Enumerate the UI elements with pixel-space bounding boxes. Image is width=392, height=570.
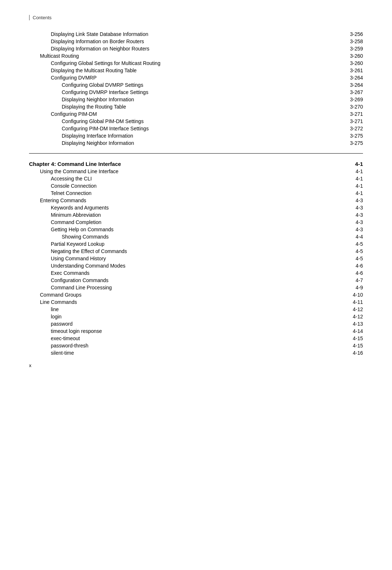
entry-text: Configuring PIM-DM Interface Settings (62, 126, 341, 131)
entry-page: 4-5 (341, 256, 363, 261)
toc-entry: Negating the Effect of Commands4-5 (29, 248, 363, 254)
entry-page: 3-267 (341, 89, 363, 95)
chapter4-section: Chapter 4: Command Line Interface4-1Usin… (29, 161, 363, 356)
entry-text: Displaying Information on Neighbor Route… (51, 46, 341, 52)
entry-page: 4-1 (341, 190, 363, 196)
entry-text: Displaying Interface Information (62, 133, 341, 139)
toc-entry: login4-12 (29, 314, 363, 319)
entry-text: Displaying Neighbor Information (62, 140, 341, 146)
entry-page: 3-275 (341, 133, 363, 139)
entry-text: Accessing the CLI (51, 176, 341, 182)
toc-entry: Using Command History4-5 (29, 256, 363, 261)
header-label: Contents (29, 15, 52, 20)
entry-text: Displaying the Multicast Routing Table (51, 68, 341, 73)
entry-page: 4-3 (341, 205, 363, 211)
entry-page: 3-259 (341, 46, 363, 52)
entry-page: 4-3 (341, 212, 363, 218)
entry-page: 4-1 (341, 168, 363, 174)
toc-entry: Configuration Commands4-7 (29, 277, 363, 283)
toc-entry: Multicast Routing3-260 (29, 53, 363, 59)
entry-text: Multicast Routing (40, 53, 341, 59)
entry-text: Entering Commands (40, 198, 341, 203)
entry-text: Command Groups (40, 292, 341, 298)
entry-text: Partial Keyword Lookup (51, 241, 341, 247)
entry-text: Keywords and Arguments (51, 205, 341, 211)
toc-entry: Configuring DVMRP Interface Settings3-26… (29, 89, 363, 95)
entry-page: 4-6 (341, 263, 363, 269)
entry-page: 3-269 (341, 97, 363, 102)
page-container: Contents Displaying Link State Database … (0, 0, 392, 379)
entry-page: 4-5 (341, 241, 363, 247)
entry-page: 4-5 (341, 248, 363, 254)
entry-text: Minimum Abbreviation (51, 212, 341, 218)
toc-entry: Understanding Command Modes4-6 (29, 263, 363, 269)
toc-entry: line4-12 (29, 306, 363, 312)
entry-text: Command Completion (51, 219, 341, 225)
entry-page: 4-11 (341, 299, 363, 305)
entry-page: 3-270 (341, 104, 363, 110)
entry-text: Displaying the Routing Table (62, 104, 341, 110)
toc-entry: Line Commands4-11 (29, 299, 363, 305)
page-number: x (29, 363, 32, 368)
entry-text: Configuring Global PIM-DM Settings (62, 118, 341, 124)
entry-text: Line Commands (40, 299, 341, 305)
toc-entry: Displaying Interface Information3-275 (29, 133, 363, 139)
entry-text: Displaying Information on Border Routers (51, 38, 341, 44)
entry-text: Configuring Global DVMRP Settings (62, 82, 341, 88)
entry-page: 3-256 (341, 31, 363, 37)
entry-text: Console Connection (51, 183, 341, 189)
entry-text: Using Command History (51, 256, 341, 261)
entry-page: 4-1 (341, 176, 363, 182)
entry-page: 4-1 (341, 183, 363, 189)
toc-entry: Exec Commands4-6 (29, 270, 363, 276)
toc-entry: Accessing the CLI4-1 (29, 176, 363, 182)
toc-entry: Displaying Link State Database Informati… (29, 31, 363, 37)
entry-text: Negating the Effect of Commands (51, 248, 341, 254)
toc-entry: Configuring Global PIM-DM Settings3-271 (29, 118, 363, 124)
entry-text: password (51, 321, 341, 327)
entry-text: Configuring PIM-DM (51, 111, 341, 117)
entry-text: password-thresh (51, 343, 341, 349)
toc-entry: Partial Keyword Lookup4-5 (29, 241, 363, 247)
entry-text: timeout login response (51, 328, 341, 334)
entry-text: Getting Help on Commands (51, 227, 341, 232)
toc-entry: password4-13 (29, 321, 363, 327)
entry-page: 4-4 (341, 234, 363, 240)
toc-entry: Displaying Information on Border Routers… (29, 38, 363, 44)
entry-page: 4-10 (341, 292, 363, 298)
entry-page: 3-264 (341, 82, 363, 88)
entry-page: 4-3 (341, 219, 363, 225)
entry-text: login (51, 314, 341, 319)
entry-page: 3-258 (341, 38, 363, 44)
entry-text: Exec Commands (51, 270, 341, 276)
entry-page: 4-16 (341, 350, 363, 356)
entry-text: exec-timeout (51, 335, 341, 341)
entry-page: 4-12 (341, 306, 363, 312)
toc-entry: Configuring PIM-DM Interface Settings3-2… (29, 126, 363, 131)
entry-page: 4-14 (341, 328, 363, 334)
entry-page: 3-272 (341, 126, 363, 131)
chapter-divider (29, 153, 363, 154)
entry-page: 4-12 (341, 314, 363, 319)
entry-text: Telnet Connection (51, 190, 341, 196)
chapter-entry: Chapter 4: Command Line Interface4-1 (29, 161, 363, 167)
entry-text: Understanding Command Modes (51, 263, 341, 269)
toc-entry: Getting Help on Commands4-3 (29, 227, 363, 232)
toc-entry: Configuring DVMRP3-264 (29, 75, 363, 81)
entry-text: Showing Commands (62, 234, 341, 240)
toc-entry: Displaying Neighbor Information3-269 (29, 97, 363, 102)
entry-text: Configuring DVMRP (51, 75, 341, 81)
entry-page: 4-3 (341, 227, 363, 232)
entry-text: line (51, 306, 341, 312)
toc-entry: Displaying Information on Neighbor Route… (29, 46, 363, 52)
toc-entry: password-thresh4-15 (29, 343, 363, 349)
entry-page: 3-261 (341, 68, 363, 73)
pre-chapter-section: Displaying Link State Database Informati… (29, 31, 363, 146)
entry-text: Displaying Neighbor Information (62, 97, 341, 102)
entry-text: Displaying Link State Database Informati… (51, 31, 341, 37)
entry-page: 3-264 (341, 75, 363, 81)
toc-entry: Displaying the Multicast Routing Table3-… (29, 68, 363, 73)
toc-entry: Entering Commands4-3 (29, 198, 363, 203)
toc-entry: silent-time4-16 (29, 350, 363, 356)
toc-entry: timeout login response4-14 (29, 328, 363, 334)
